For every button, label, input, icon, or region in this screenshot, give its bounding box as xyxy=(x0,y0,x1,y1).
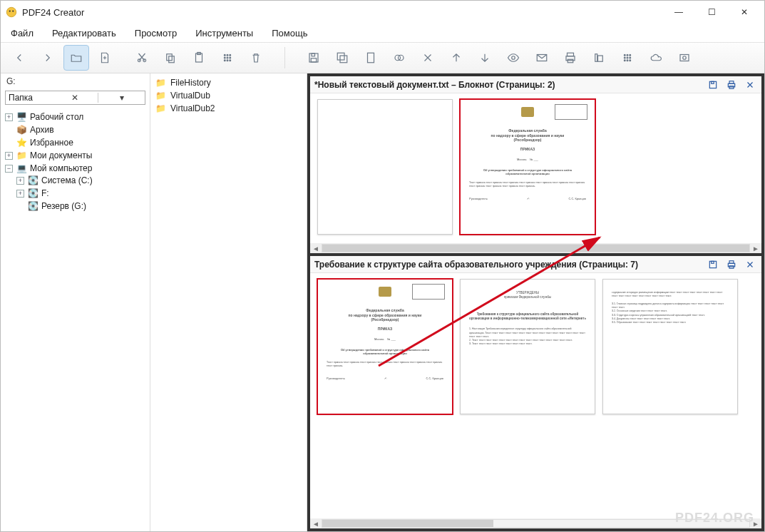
drive-icon: 💽 xyxy=(27,200,38,212)
doc-print-button[interactable] xyxy=(724,257,739,272)
page-thumbnail[interactable] xyxy=(317,99,453,235)
fax-button[interactable] xyxy=(586,45,612,71)
scroll-left-icon[interactable]: ◄ xyxy=(310,520,322,528)
svg-rect-23 xyxy=(368,53,374,63)
svg-point-11 xyxy=(230,54,231,56)
nav-forward-button[interactable] xyxy=(35,45,61,71)
open-folder-button[interactable] xyxy=(63,45,89,71)
doc-close-button[interactable] xyxy=(743,257,757,272)
folder-combo-clear[interactable]: ✕ xyxy=(52,93,98,103)
folder-combo-dropdown[interactable]: ▾ xyxy=(98,93,145,103)
doc-print-button[interactable] xyxy=(724,78,739,92)
svg-point-2 xyxy=(12,10,14,11)
svg-point-16 xyxy=(227,60,228,61)
svg-rect-48 xyxy=(729,81,734,83)
move-down-button[interactable] xyxy=(472,45,498,71)
tree-drive-f[interactable]: F: xyxy=(41,188,49,198)
svg-rect-44 xyxy=(709,81,716,88)
favorites-icon: ⭐ xyxy=(16,137,27,148)
menu-edit[interactable]: Редактировать xyxy=(49,26,119,40)
merge-button[interactable] xyxy=(386,45,412,71)
screenshot-button[interactable] xyxy=(672,45,697,71)
grid2-button[interactable] xyxy=(615,45,640,71)
email-button[interactable] xyxy=(529,45,555,71)
doc1-pages[interactable]: Федеральная службапо надзору в сфере обр… xyxy=(310,93,761,243)
folder-icon: 📁 xyxy=(155,103,166,114)
svg-rect-53 xyxy=(729,260,734,263)
doc1-scrollbar[interactable]: ◄ ► xyxy=(310,243,761,253)
titlebar: PDF24 Creator — ☐ ✕ xyxy=(1,1,764,24)
tree-desktop[interactable]: Рабочий стол xyxy=(30,112,83,122)
page-thumbnail[interactable]: УТВЕРЖДЕНЫприказом Федеральной службы Тр… xyxy=(460,279,595,414)
menu-help[interactable]: Помощь xyxy=(269,26,310,40)
svg-rect-31 xyxy=(595,54,597,62)
collapse-icon[interactable]: − xyxy=(5,165,13,173)
expand-icon[interactable]: + xyxy=(16,190,24,198)
page-thumbnail[interactable]: содержание и порядок размещения информац… xyxy=(602,279,738,414)
paste-button[interactable] xyxy=(186,45,212,71)
tree-mycomputer[interactable]: Мой компьютер xyxy=(30,163,92,173)
svg-point-26 xyxy=(512,56,515,60)
doc-close-button[interactable] xyxy=(743,78,757,92)
menu-tools[interactable]: Инструменты xyxy=(192,26,256,40)
save-all-button[interactable] xyxy=(329,45,355,71)
sidebar: G: Папка ✕ ▾ +🖥️Рабочий стол 📦Архив ⭐Изб… xyxy=(1,73,150,531)
move-up-button[interactable] xyxy=(443,45,469,71)
tree-favorites[interactable]: Избранное xyxy=(30,138,73,148)
svg-point-10 xyxy=(227,54,228,56)
cloud-button[interactable] xyxy=(643,45,669,71)
drive-label: G: xyxy=(1,73,150,89)
doc-save-button[interactable] xyxy=(706,78,720,92)
expand-icon[interactable]: + xyxy=(16,177,24,185)
folder-item[interactable]: 📁VirtualDub2 xyxy=(155,102,302,115)
svg-point-40 xyxy=(627,60,628,61)
new-doc-button[interactable] xyxy=(358,45,384,71)
minimize-button[interactable]: — xyxy=(663,2,694,22)
folder-combo-label: Папка xyxy=(6,93,52,103)
drive-icon: 💽 xyxy=(27,175,38,186)
grid-button[interactable] xyxy=(215,45,240,71)
nav-back-button[interactable] xyxy=(6,45,32,71)
add-file-button[interactable] xyxy=(92,45,118,71)
document-panel-2: Требование к структуре сайта образовател… xyxy=(310,256,761,528)
svg-point-37 xyxy=(627,57,628,58)
folder-combo[interactable]: Папка ✕ ▾ xyxy=(5,91,145,105)
save-button[interactable] xyxy=(301,45,327,71)
document-panel-1: *Новый текстовый документ.txt – Блокнот … xyxy=(310,76,761,253)
folder-tree[interactable]: +🖥️Рабочий стол 📦Архив ⭐Избранное +📁Мои … xyxy=(1,108,150,531)
menu-view[interactable]: Просмотр xyxy=(132,26,180,40)
copy-button[interactable] xyxy=(158,45,183,71)
expand-icon[interactable]: + xyxy=(5,152,13,160)
tree-archive[interactable]: Архив xyxy=(30,125,54,135)
archive-icon: 📦 xyxy=(16,124,27,135)
scroll-left-icon[interactable]: ◄ xyxy=(310,245,322,252)
tree-drive-c[interactable]: Система (C:) xyxy=(41,175,93,185)
delete-button[interactable] xyxy=(243,45,269,71)
svg-point-41 xyxy=(630,60,631,61)
folder-list: 📁FileHistory 📁VirtualDub 📁VirtualDub2 xyxy=(150,73,307,531)
svg-point-9 xyxy=(224,54,225,56)
toolbar xyxy=(1,42,764,73)
preview-button[interactable] xyxy=(500,45,526,71)
doc-save-button[interactable] xyxy=(706,257,720,272)
folder-item[interactable]: 📁VirtualDub xyxy=(155,89,302,102)
doc2-pages[interactable]: Федеральная службапо надзору в сфере обр… xyxy=(310,273,761,518)
svg-point-34 xyxy=(627,54,628,56)
svg-rect-50 xyxy=(712,261,714,263)
svg-rect-20 xyxy=(311,58,317,62)
print-button[interactable] xyxy=(558,45,583,71)
app-window: PDF24 Creator — ☐ ✕ Файл Редактировать П… xyxy=(0,0,765,532)
scroll-right-icon[interactable]: ► xyxy=(750,245,761,252)
page-thumbnail-selected[interactable]: Федеральная службапо надзору в сфере обр… xyxy=(460,99,595,235)
close-button[interactable]: ✕ xyxy=(729,2,760,22)
cut-button[interactable] xyxy=(129,45,155,71)
maximize-button[interactable]: ☐ xyxy=(696,2,727,22)
svg-point-0 xyxy=(6,7,16,17)
page-thumbnail-selected[interactable]: Федеральная службапо надзору в сфере обр… xyxy=(317,279,453,414)
tree-mydocs[interactable]: Мои документы xyxy=(30,150,92,160)
menu-file[interactable]: Файл xyxy=(8,26,36,40)
folder-item[interactable]: 📁FileHistory xyxy=(155,76,302,89)
expand-icon[interactable]: + xyxy=(5,113,13,121)
remove-x-button[interactable] xyxy=(415,45,441,71)
tree-drive-g[interactable]: Резерв (G:) xyxy=(41,201,86,211)
